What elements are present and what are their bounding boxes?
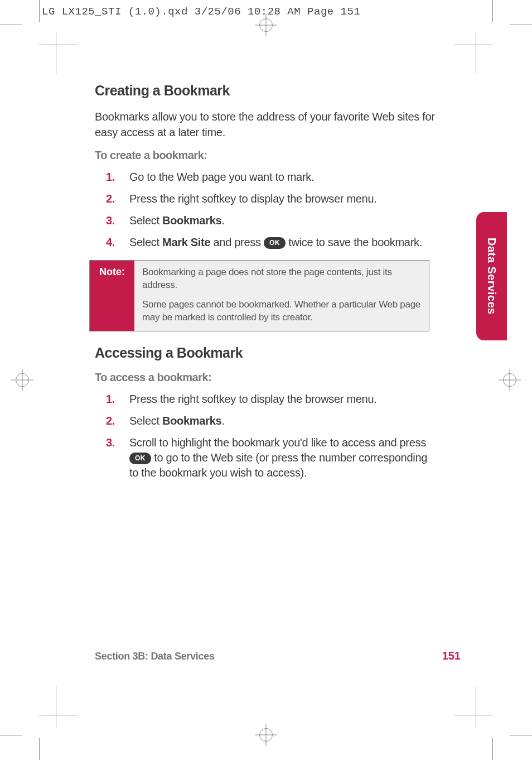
intro-paragraph: Bookmarks allow you to store the address… [95,109,435,140]
bold-term: Bookmarks [162,415,221,427]
crop-mark [492,738,493,760]
step-item: 3. Select Bookmarks. [106,213,435,228]
step-text: Select [129,214,162,227]
heading-accessing-bookmark: Accessing a Bookmark [95,345,435,361]
step-text: Press the right softkey to display the b… [129,393,377,405]
note-body: Bookmarking a page does not store the pa… [134,261,429,331]
note-label: Note: [90,261,134,331]
heading-creating-bookmark: Creating a Bookmark [95,83,435,99]
note-box: Note: Bookmarking a page does not store … [89,260,429,331]
step-item: 4. Select Mark Site and press OK twice t… [106,235,435,250]
step-text: Press the right softkey to display the b… [129,193,377,205]
step-number: 2. [106,413,115,429]
footer-section-label: Section 3B: Data Services [95,651,215,662]
step-text: Go to the Web page you want to mark. [129,171,314,183]
trim-mark [476,686,476,728]
step-item: 2. Press the right softkey to display th… [106,191,435,206]
subhead-access: To access a bookmark: [95,371,435,384]
crop-mark [0,25,22,25]
step-text: to go to the Web site (or press the numb… [129,451,427,479]
subhead-create: To create a bookmark: [95,149,435,162]
crop-mark [39,0,40,22]
trim-mark [476,32,476,74]
step-text: Scroll to highlight the bookmark you'd l… [129,436,426,449]
step-item: 1. Go to the Web page you want to mark. [106,170,435,185]
trim-mark [56,32,56,74]
step-item: 3. Scroll to highlight the bookmark you'… [106,435,435,480]
step-text: Select [129,415,162,427]
step-number: 4. [106,235,115,250]
trim-mark [454,45,493,45]
step-number: 3. [106,435,115,450]
page-number: 151 [442,650,461,662]
crop-mark [492,0,493,22]
steps-access-bookmark: 1. Press the right softkey to display th… [95,392,435,480]
crop-mark [39,738,40,760]
trim-mark [39,45,78,45]
step-text: twice to save the bookmark. [288,236,422,248]
step-number: 3. [106,213,115,228]
bold-term: Mark Site [162,236,210,248]
crop-mark [0,735,22,735]
thumb-tab: Data Services [476,212,507,340]
step-text: and press [210,236,264,248]
registration-mark-icon [255,724,277,746]
step-text: . [221,214,224,227]
page-content: Creating a Bookmark Bookmarks allow you … [95,83,435,490]
steps-create-bookmark: 1. Go to the Web page you want to mark. … [95,170,435,250]
note-text: Bookmarking a page does not store the pa… [142,266,421,292]
crop-mark [510,25,532,25]
print-slug: LG LX125_STI (1.0).qxd 3/25/06 10:28 AM … [42,6,360,18]
step-text: . [221,415,224,427]
registration-mark-icon [11,369,33,391]
ok-button-icon: OK [129,453,151,464]
crop-mark [510,735,532,735]
ok-button-icon: OK [264,237,286,249]
trim-mark [56,686,56,728]
step-number: 1. [106,392,115,407]
step-item: 2. Select Bookmarks. [106,413,435,429]
step-item: 1. Press the right softkey to display th… [106,392,435,407]
trim-mark [454,715,493,715]
bold-term: Bookmarks [162,214,221,227]
step-number: 2. [106,191,115,206]
step-number: 1. [106,170,115,185]
thumb-tab-label: Data Services [485,238,498,315]
note-text: Some pages cannot be bookmarked. Whether… [142,299,421,324]
step-text: Select [129,236,162,248]
trim-mark [39,715,78,715]
registration-mark-icon [499,369,521,391]
